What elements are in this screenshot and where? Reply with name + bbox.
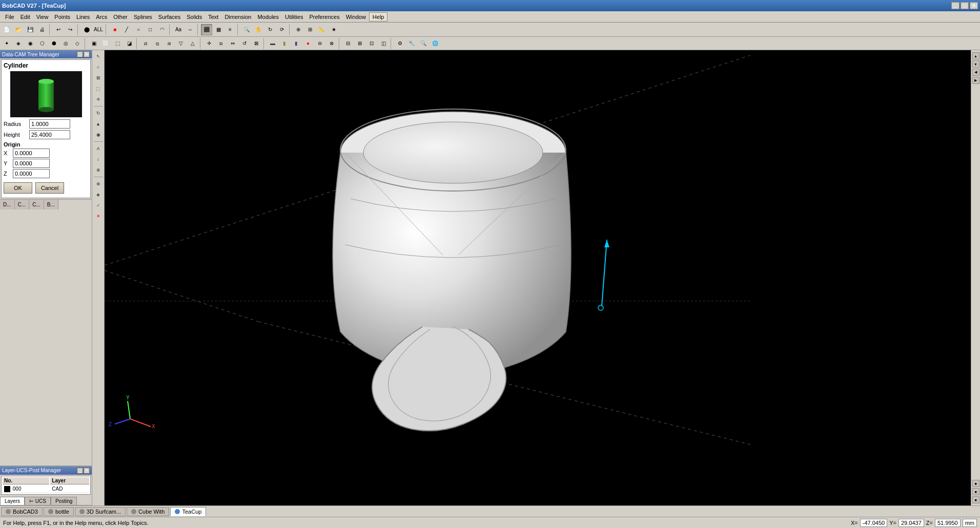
vt-shademode[interactable]: ◉ xyxy=(93,130,104,140)
tb-shade[interactable]: ▦ xyxy=(213,24,224,35)
tb-new[interactable]: 📄 xyxy=(1,24,12,35)
tree-close-btn[interactable]: ✕ xyxy=(84,51,90,57)
tb2-settings1[interactable]: ⚙ xyxy=(394,38,405,49)
menu-solids[interactable]: Solids xyxy=(183,13,205,21)
tb-circle[interactable]: ○ xyxy=(133,24,144,35)
tab-bottle[interactable]: bottle xyxy=(44,507,74,516)
vt-measure2[interactable]: ↕ xyxy=(93,154,104,164)
layer-close-btn[interactable]: ✕ xyxy=(84,468,90,474)
tree-tab-b[interactable]: B... xyxy=(44,200,58,209)
vt-greencheck[interactable]: ✓ xyxy=(93,200,104,210)
tb2-solid6[interactable]: ⊗ xyxy=(326,38,337,49)
tb2-solid3[interactable]: ▮ xyxy=(291,38,302,49)
menu-points[interactable]: Points xyxy=(51,13,73,21)
layer-minimize-btn[interactable]: _ xyxy=(77,468,83,474)
tb2-surf2[interactable]: ⧅ xyxy=(152,38,163,49)
tb2-surf1[interactable]: ⧄ xyxy=(140,38,151,49)
tb2-solid1[interactable]: ▬ xyxy=(267,38,278,49)
menu-modules[interactable]: Modules xyxy=(254,13,282,21)
tb-view3d[interactable]: ⬛ xyxy=(201,24,212,35)
tree-tab-c1[interactable]: C... xyxy=(15,200,30,209)
menu-arcs[interactable]: Arcs xyxy=(93,13,110,21)
menu-window[interactable]: Window xyxy=(343,13,369,21)
x-input[interactable] xyxy=(13,149,50,158)
layers-tab[interactable]: Layers xyxy=(0,497,25,505)
tab-cubewith[interactable]: Cube With xyxy=(127,507,169,516)
tb-print[interactable]: 🖨 xyxy=(36,24,48,35)
tb-line[interactable]: ╱ xyxy=(121,24,132,35)
tb2-solid2[interactable]: ▮ xyxy=(279,38,290,49)
tb2-view-front[interactable]: ▣ xyxy=(88,38,99,49)
tb2-2[interactable]: ◈ xyxy=(13,38,24,49)
ucs-tab[interactable]: ⊢ UCS xyxy=(25,497,51,505)
tb-open[interactable]: 📂 xyxy=(13,24,24,35)
rp-btn-3[interactable]: ◀ xyxy=(972,69,979,76)
menu-utilities[interactable]: Utilities xyxy=(282,13,306,21)
tb-dim[interactable]: ↔ xyxy=(185,24,196,35)
tb-save[interactable]: 💾 xyxy=(25,24,36,35)
vt-redx[interactable]: ✕ xyxy=(93,211,104,221)
vt-circle[interactable]: ○ xyxy=(93,62,104,72)
tb2-settings2[interactable]: 🔧 xyxy=(406,38,417,49)
tb2-view-iso[interactable]: ◪ xyxy=(124,38,135,49)
vt-arrow[interactable]: ↖ xyxy=(93,51,104,61)
tb-select[interactable]: ⬤ xyxy=(81,24,92,35)
vt-zoom-fit[interactable]: ⊠ xyxy=(93,73,104,83)
vt-pan2[interactable]: ✛ xyxy=(93,94,104,104)
tab-3dsurfcam[interactable]: 3D Surfcam... xyxy=(75,507,126,516)
tb2-cam1[interactable]: ⊟ xyxy=(342,38,354,49)
tab-teacup[interactable]: TeaCup xyxy=(170,507,206,516)
vt-cam-btn2[interactable]: ◈ xyxy=(93,189,104,200)
tb2-view-side[interactable]: ⬜ xyxy=(100,38,111,49)
rp-btn-4[interactable]: ▶ xyxy=(972,77,979,84)
tab-bobcad3[interactable]: BobCAD3 xyxy=(1,507,43,516)
tb2-surf4[interactable]: ▽ xyxy=(175,38,187,49)
tb2-solid4[interactable]: ● xyxy=(302,38,314,49)
tb-color[interactable]: ■ xyxy=(109,24,120,35)
tb2-settings4[interactable]: 🌐 xyxy=(430,38,441,49)
vt-rotate3[interactable]: ↻ xyxy=(93,108,104,118)
tb2-mirror[interactable]: ⇔ xyxy=(227,38,238,49)
tb-pan[interactable]: ✋ xyxy=(253,24,264,35)
tb2-6[interactable]: ◎ xyxy=(60,38,71,49)
tb-zoom-in[interactable]: 🔍 xyxy=(241,24,252,35)
tb2-view-top[interactable]: ⬚ xyxy=(112,38,123,49)
tree-tab-d[interactable]: D... xyxy=(0,200,15,209)
menu-text[interactable]: Text xyxy=(205,13,221,21)
tb-rotate[interactable]: ↻ xyxy=(264,24,276,35)
menu-file[interactable]: File xyxy=(2,13,17,21)
tb-orbit[interactable]: ⟳ xyxy=(276,24,288,35)
tb-snap[interactable]: ⊕ xyxy=(293,24,304,35)
ok-button[interactable]: OK xyxy=(4,182,32,194)
menu-surfaces[interactable]: Surfaces xyxy=(155,13,183,21)
tb2-rotate2[interactable]: ↺ xyxy=(239,38,250,49)
tb2-settings3[interactable]: 🔍 xyxy=(418,38,429,49)
tb2-cam3[interactable]: ⊡ xyxy=(366,38,377,49)
tb-rect[interactable]: □ xyxy=(145,24,156,35)
restore-button[interactable]: □ xyxy=(961,2,969,9)
tb2-4[interactable]: ⬡ xyxy=(36,38,48,49)
vt-zoom-window[interactable]: ⬚ xyxy=(93,83,104,94)
vt-cam-btn1[interactable]: ⊗ xyxy=(93,179,104,189)
tb2-cam2[interactable]: ⊞ xyxy=(354,38,365,49)
minimize-button[interactable]: _ xyxy=(951,2,959,9)
menu-other[interactable]: Other xyxy=(110,13,131,21)
tb-zoom-all[interactable]: ALL xyxy=(93,24,104,35)
close-button[interactable]: ✕ xyxy=(970,2,978,9)
tb2-surf3[interactable]: ⧆ xyxy=(164,38,175,49)
tb-text[interactable]: Aa xyxy=(173,24,184,35)
rp-btn-2[interactable]: ▼ xyxy=(972,60,979,68)
tb2-5[interactable]: ⬢ xyxy=(48,38,59,49)
rp-btn-5[interactable]: ■ xyxy=(972,480,979,487)
tb2-solid5[interactable]: ⊖ xyxy=(314,38,325,49)
tb-redo[interactable]: ↪ xyxy=(65,24,76,35)
menu-edit[interactable]: Edit xyxy=(17,13,33,21)
rp-btn-1[interactable]: ▲ xyxy=(972,52,979,59)
tb2-cam4[interactable]: ◫ xyxy=(378,38,389,49)
posting-tab[interactable]: Posting xyxy=(51,497,77,505)
y-input[interactable] xyxy=(13,159,50,168)
cancel-button[interactable]: Cancel xyxy=(35,182,64,194)
vt-snap2[interactable]: ⊕ xyxy=(93,165,104,175)
vt-repaint[interactable]: ▲ xyxy=(93,119,104,129)
menu-dimension[interactable]: Dimension xyxy=(221,13,254,21)
